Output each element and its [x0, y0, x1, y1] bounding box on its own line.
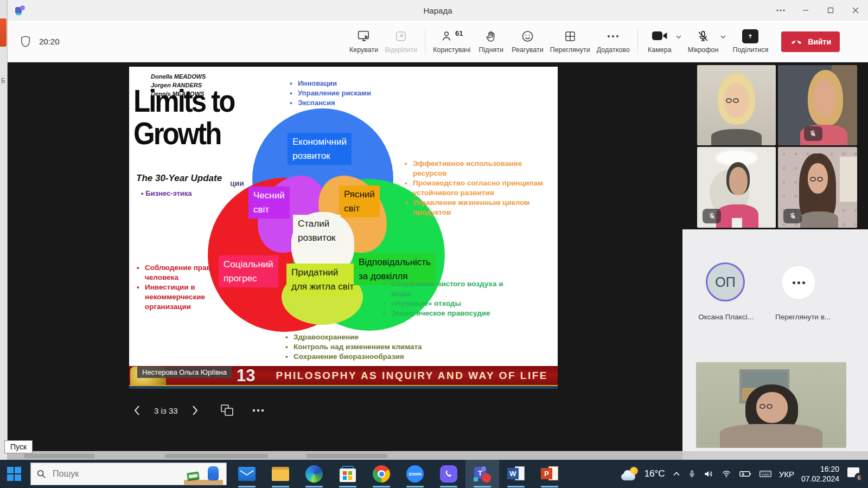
participant-face — [729, 167, 747, 195]
banner-navy-line — [129, 386, 558, 389]
banner-wcp-visible: 13 — [237, 366, 255, 386]
view-button[interactable]: Переглянути — [547, 27, 593, 56]
participant-shirt — [732, 218, 742, 228]
manage-button[interactable]: Керувати — [346, 27, 381, 56]
glasses — [809, 177, 824, 182]
taskbar-weather[interactable]: 16°C — [621, 467, 665, 481]
background-window-strip — [8, 451, 682, 460]
taskbar-explorer-icon[interactable] — [264, 460, 297, 488]
more-actions-button[interactable]: Додатково — [593, 27, 633, 56]
person-icon — [441, 29, 454, 43]
window-light — [840, 157, 857, 202]
titlebar-more-icon[interactable] — [768, 0, 793, 21]
hangup-icon — [790, 38, 803, 44]
tray-keyboard-icon[interactable] — [759, 469, 772, 479]
window-titlebar: Нарада — [8, 0, 868, 21]
taskbar-teams-icon[interactable]: T — [465, 460, 499, 488]
raise-hand-button[interactable]: Підняти — [474, 27, 508, 56]
date: 07.02.2024 — [801, 474, 839, 484]
taskbar-chrome-icon[interactable] — [365, 460, 398, 488]
meeting-timer: 20:20 — [39, 37, 60, 46]
participant-body — [720, 424, 822, 448]
tray-chevron-icon[interactable] — [672, 470, 681, 478]
avatar-initials: ОП — [715, 274, 735, 290]
camera-icon — [652, 29, 668, 42]
meeting-stage: Donella MEADOWS Jorgen RANDERS Dennis ME… — [8, 62, 868, 451]
nav-more-icon[interactable] — [252, 409, 265, 412]
teams-meeting-window: Б Нарада 20:20 Керувати Відкріпити — [0, 0, 868, 488]
video-tile-participant-4[interactable] — [778, 147, 857, 228]
search-promo-illustration — [184, 463, 223, 485]
tray-wifi-icon[interactable] — [721, 469, 732, 479]
participant-body — [711, 129, 762, 145]
video-tile-participant-2[interactable] — [778, 65, 857, 145]
participant-body — [800, 211, 838, 228]
venn-label-honest: Чеснийсвіт — [248, 187, 290, 219]
taskbar-viber-icon[interactable] — [432, 460, 465, 488]
participants-button[interactable]: 61 Користувачі — [430, 27, 474, 56]
bullet-list-green: Сохранение чистого воздуха и воды «Нулев… — [382, 279, 513, 318]
participant-avatar-op[interactable]: ОП — [706, 262, 745, 301]
share-button[interactable]: Поділитися — [729, 27, 771, 56]
venn-label-economic: Економічнийрозвиток — [288, 133, 352, 165]
shield-icon — [20, 35, 31, 48]
start-button[interactable] — [7, 467, 21, 481]
start-tooltip: Пуск — [4, 440, 33, 453]
mic-muted-icon — [804, 126, 822, 141]
taskbar-search[interactable] — [30, 463, 227, 485]
language-indicator[interactable]: УКР — [779, 470, 794, 479]
react-button[interactable]: Реагувати — [508, 27, 546, 56]
taskbar-store-icon[interactable] — [331, 460, 365, 488]
mic-options-chevron[interactable] — [718, 30, 728, 44]
taskbar-mail-icon[interactable] — [230, 460, 264, 488]
leave-button[interactable]: Вийти — [781, 31, 840, 52]
taskbar: zoom T W — [0, 460, 868, 488]
text-fragment: ции — [230, 179, 244, 188]
tray-battery-icon[interactable] — [739, 469, 752, 479]
clock[interactable]: 16:20 07.02.2024 — [801, 464, 839, 484]
taskbar-zoom-icon[interactable]: zoom — [398, 460, 432, 488]
close-button[interactable] — [843, 0, 868, 21]
maximize-button[interactable] — [818, 0, 843, 21]
camera-options-chevron[interactable] — [674, 30, 684, 44]
video-tile-participant-3[interactable] — [697, 147, 776, 228]
minimize-button[interactable] — [793, 0, 818, 21]
hand-icon — [484, 29, 497, 43]
search-input[interactable] — [53, 469, 161, 479]
slide-grid-icon[interactable] — [220, 404, 234, 417]
next-slide-button[interactable] — [192, 405, 199, 416]
grid-icon — [564, 29, 577, 43]
time: 16:20 — [801, 464, 839, 474]
background-app-letter: Б — [1, 77, 5, 85]
mic-muted-icon — [703, 209, 721, 223]
share-arrow-icon — [746, 33, 754, 40]
camera-button[interactable]: Камера — [642, 27, 677, 56]
slide-position: 3 із 33 — [154, 406, 178, 415]
screen-control-icon — [357, 29, 371, 43]
overflow-participants-button[interactable] — [781, 265, 816, 300]
taskbar-word-icon[interactable]: W — [499, 460, 533, 488]
video-tile-participant-1[interactable] — [697, 65, 776, 145]
venn-label-social: Соціальнийпрогрес — [219, 255, 278, 287]
weather-icon — [621, 467, 640, 481]
mic-muted-icon — [697, 29, 710, 43]
participant-name-label: Оксана Плаксі... — [682, 313, 769, 321]
shared-presentation-slide: Donella MEADOWS Jorgen RANDERS Dennis ME… — [129, 67, 558, 389]
previous-slide-button[interactable] — [133, 405, 140, 416]
venn-label-plentiful: Ряснийсвіт — [339, 185, 380, 217]
presenter-name-tag: Нестерова Ольга Юріївна — [137, 367, 232, 378]
notification-center-icon[interactable]: 6 — [846, 466, 863, 482]
glasses — [759, 404, 773, 409]
microphone-button[interactable]: Мікрофон — [685, 27, 722, 56]
participants-count: 61 — [455, 29, 463, 37]
ellipsis-icon — [607, 35, 619, 38]
unpin-button[interactable]: Відкріпити — [381, 27, 420, 56]
taskbar-edge-icon[interactable] — [297, 460, 331, 488]
tray-volume-icon[interactable] — [703, 469, 714, 479]
tray-mic-icon[interactable] — [688, 469, 696, 479]
smiley-icon — [521, 29, 534, 43]
taskbar-powerpoint-icon[interactable]: P — [533, 460, 566, 488]
meeting-toolbar: 20:20 Керувати Відкріпити 61 Користувачі… — [8, 21, 868, 62]
video-tile-participant-5[interactable] — [696, 362, 846, 448]
search-icon — [36, 469, 46, 479]
